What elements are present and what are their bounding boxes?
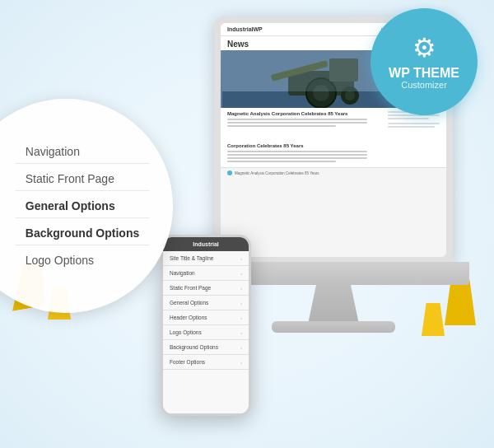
phone-menu-label-7: Footer Options (170, 359, 205, 365)
phone-screen: Industrial Site Title & Tagline › Naviga… (163, 237, 249, 413)
phone-header: Industrial (163, 237, 249, 251)
article-line (227, 157, 367, 159)
menu-circle: Navigation Static Front Page General Opt… (0, 99, 173, 313)
menu-item-navigation[interactable]: Navigation (16, 140, 149, 164)
phone-menu-item-3[interactable]: General Options › (163, 296, 249, 310)
article-line (227, 151, 367, 152)
footer-text: Magnetic Analysis Corporation Celebrates… (235, 171, 319, 175)
sidebar-line (388, 114, 440, 116)
article-line (227, 122, 367, 124)
article-line (227, 154, 367, 156)
article-line (227, 161, 336, 162)
menu-item-background[interactable]: Background Options (16, 222, 149, 245)
website-content: Magnetic Analysis Corporation Celebrates… (221, 108, 446, 167)
phone-menu-label-1: Navigation (170, 270, 195, 276)
menu-circle-inner: Navigation Static Front Page General Opt… (0, 140, 149, 272)
footer-divider: Magnetic Analysis Corporation Celebrates… (221, 167, 446, 178)
phone-menu-label-3: General Options (170, 300, 208, 306)
phone-menu-item-5[interactable]: Logo Options › (163, 325, 249, 340)
article-line (227, 119, 367, 120)
phone-menu-item-1[interactable]: Navigation › (163, 266, 249, 281)
phone-menu-item-0[interactable]: Site Title & Tagline › (163, 251, 249, 266)
phone-menu-arrow-7: › (240, 360, 242, 365)
phone-header-text: Industrial (170, 241, 242, 247)
wp-theme-badge: ⚙ WP THEME Customizer (370, 8, 478, 115)
website-article: Magnetic Analysis Corporation Celebrates… (227, 111, 383, 164)
menu-item-logo[interactable]: Logo Options (16, 249, 149, 272)
phone-menu-arrow-6: › (240, 345, 242, 350)
phone-menu-label-6: Background Options (170, 344, 218, 350)
article-title-2: Corporation Celebrates 85 Years (227, 143, 383, 148)
phone-menu-label-5: Logo Options (170, 329, 202, 335)
svg-point-6 (345, 91, 355, 100)
phone-menu-item-4[interactable]: Header Options › (163, 310, 249, 325)
phone-menu-arrow-0: › (240, 256, 242, 261)
phone-menu-arrow-2: › (240, 286, 242, 291)
sidebar-line (388, 118, 429, 119)
article-line (227, 125, 336, 127)
phone-menu-item-6[interactable]: Background Options › (163, 340, 249, 355)
phone-menu-label-2: Static Front Page (170, 285, 211, 291)
gear-icon: ⚙ (412, 32, 436, 63)
article-title-1: Magnetic Analysis Corporation Celebrates… (227, 111, 383, 116)
badge-customizer-label: Customizer (401, 80, 447, 91)
menu-item-static-front[interactable]: Static Front Page (16, 167, 149, 191)
scene: IndustrialWP Home News About Contact New… (0, 0, 494, 448)
monitor-base (272, 321, 395, 333)
phone-menu-arrow-3: › (240, 301, 242, 306)
sidebar-line (388, 126, 435, 128)
phone-menu-arrow-1: › (240, 271, 242, 276)
website-sidebar (388, 111, 440, 164)
sidebar-line (388, 123, 440, 124)
phone-menu-arrow-5: › (240, 330, 242, 335)
menu-item-general[interactable]: General Options (16, 194, 149, 218)
phone-menu-arrow-4: › (240, 315, 242, 320)
phone-menu-label-0: Site Title & Tagline (170, 255, 213, 261)
phone-menu-label-4: Header Options (170, 315, 207, 320)
phone: Industrial Site Title & Tagline › Naviga… (161, 235, 251, 416)
divider-dot (227, 170, 232, 175)
monitor-stand (305, 285, 362, 326)
badge-wp-label: WP THEME (389, 67, 459, 80)
website-logo: IndustrialWP (227, 26, 263, 32)
phone-menu-item-2[interactable]: Static Front Page › (163, 281, 249, 296)
phone-menu-item-7[interactable]: Footer Options › (163, 355, 249, 370)
